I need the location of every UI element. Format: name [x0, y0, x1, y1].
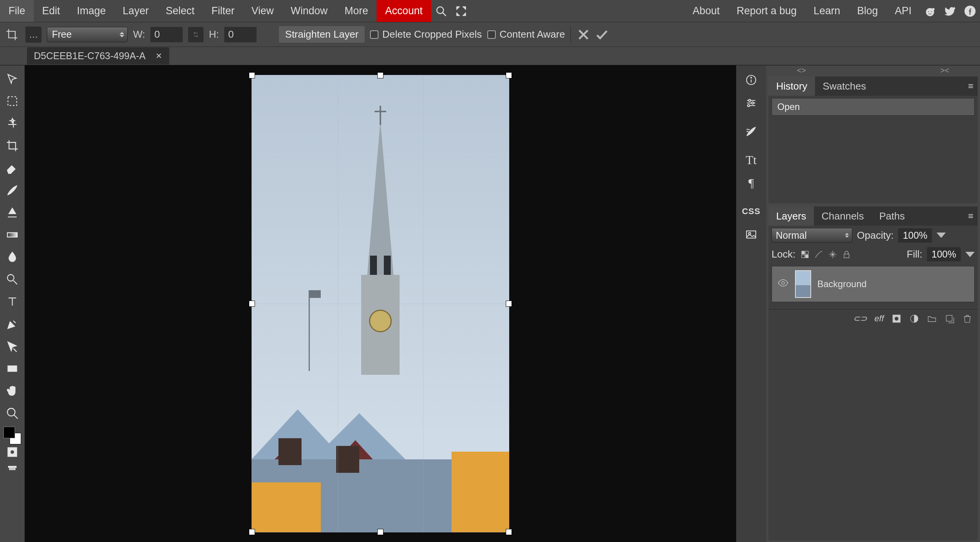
confirm-crop-icon[interactable]	[595, 27, 609, 42]
menu-view[interactable]: View	[243, 0, 282, 22]
straighten-layer-button[interactable]: Straighten Layer	[279, 26, 365, 43]
blend-mode-dropdown[interactable]: Normal	[772, 228, 852, 243]
marquee-tool[interactable]	[2, 90, 23, 112]
crop-tool[interactable]	[2, 135, 23, 157]
color-swatches[interactable]	[3, 427, 21, 444]
collapse-right-icon[interactable]: ><	[940, 66, 949, 75]
history-item[interactable]: Open	[772, 98, 975, 116]
path-select-tool[interactable]	[2, 335, 23, 357]
menu-learn[interactable]: Learn	[805, 0, 848, 22]
canvas-area[interactable]	[25, 65, 736, 542]
gradient-tool[interactable]	[2, 224, 23, 246]
crop-ratio-dropdown[interactable]: Free	[47, 27, 128, 42]
fill-slider-toggle[interactable]	[965, 252, 975, 257]
dodge-tool[interactable]	[2, 268, 23, 291]
image-panel-icon[interactable]	[740, 223, 762, 246]
quickmask-toggle[interactable]	[2, 444, 23, 460]
keyboard-icon[interactable]	[2, 460, 23, 475]
search-icon[interactable]	[431, 0, 451, 22]
menu-file[interactable]: File	[0, 0, 34, 22]
collapse-left-icon[interactable]: <>	[797, 66, 806, 75]
hand-tool[interactable]	[2, 380, 23, 402]
crop-handle-ml[interactable]	[249, 301, 255, 307]
tab-history[interactable]: History	[768, 76, 815, 96]
crop-handle-mr[interactable]	[506, 301, 512, 307]
pen-tool[interactable]	[2, 313, 23, 335]
document-tab[interactable]: D5CEEB1E-C763-499A-A	[27, 47, 169, 65]
fullscreen-icon[interactable]	[451, 0, 471, 22]
crop-handle-tm[interactable]	[377, 72, 383, 78]
lock-image-icon[interactable]	[814, 249, 824, 259]
menu-window[interactable]: Window	[282, 0, 336, 22]
opacity-value[interactable]: 100%	[898, 228, 932, 243]
menu-blog[interactable]: Blog	[848, 0, 886, 22]
menu-select[interactable]: Select	[157, 0, 203, 22]
tab-paths[interactable]: Paths	[872, 206, 913, 226]
info-panel-icon[interactable]	[740, 68, 762, 91]
facebook-icon[interactable]	[960, 0, 980, 22]
crop-handle-bm[interactable]	[377, 529, 383, 535]
svg-rect-21	[13, 466, 15, 467]
tool-preset-button[interactable]: …	[25, 27, 42, 43]
move-tool[interactable]	[2, 68, 23, 90]
content-aware-checkbox[interactable]: Content Aware	[487, 28, 565, 40]
blur-tool[interactable]	[2, 246, 23, 268]
tool-options-bar: … Free W: H: Straighten Layer Delete Cro…	[0, 22, 980, 47]
shape-tool[interactable]	[2, 357, 23, 380]
document-image[interactable]	[252, 75, 509, 532]
menu-account[interactable]: Account	[377, 0, 431, 22]
twitter-icon[interactable]	[940, 0, 960, 22]
type-tool[interactable]	[2, 291, 23, 313]
crop-overlay[interactable]	[252, 75, 509, 532]
clone-tool[interactable]	[2, 201, 23, 224]
menu-filter[interactable]: Filter	[203, 0, 243, 22]
delete-layer-icon[interactable]	[962, 314, 972, 324]
crop-handle-br[interactable]	[506, 529, 512, 535]
tab-channels[interactable]: Channels	[814, 206, 872, 226]
layer-visibility-icon[interactable]	[777, 277, 789, 291]
tab-swatches[interactable]: Swatches	[815, 76, 874, 96]
menu-layer[interactable]: Layer	[114, 0, 157, 22]
eraser-tool[interactable]	[2, 157, 23, 179]
tab-layers[interactable]: Layers	[768, 206, 814, 226]
menu-api[interactable]: API	[886, 0, 920, 22]
fill-value[interactable]: 100%	[927, 247, 961, 261]
new-folder-icon[interactable]	[927, 314, 937, 324]
lock-position-icon[interactable]	[828, 249, 838, 259]
css-panel-icon[interactable]: CSS	[740, 200, 762, 223]
opacity-slider-toggle[interactable]	[937, 233, 946, 238]
menu-report-bug[interactable]: Report a bug	[728, 0, 805, 22]
crop-width-input[interactable]	[150, 27, 183, 42]
layer-effects-icon[interactable]: eff	[875, 314, 884, 324]
reddit-icon[interactable]	[920, 0, 940, 22]
cancel-crop-icon[interactable]	[576, 27, 591, 42]
crop-handle-bl[interactable]	[249, 529, 255, 535]
lock-all-icon[interactable]	[842, 249, 852, 259]
layers-panel-menu-icon[interactable]: ≡	[964, 211, 978, 221]
menu-edit[interactable]: Edit	[34, 0, 69, 22]
layer-item-background[interactable]: Background	[772, 266, 975, 302]
zoom-tool[interactable]	[2, 402, 23, 424]
menu-about[interactable]: About	[684, 0, 728, 22]
svg-point-63	[895, 316, 899, 321]
new-layer-icon[interactable]	[945, 314, 955, 324]
wand-tool[interactable]	[2, 112, 23, 135]
menu-more[interactable]: More	[336, 0, 377, 22]
brush-panel-icon[interactable]	[740, 120, 762, 143]
crop-handle-tr[interactable]	[506, 72, 512, 78]
paragraph-panel-icon[interactable]: ¶	[740, 171, 762, 195]
adjustment-layer-icon[interactable]	[909, 314, 919, 324]
menu-image[interactable]: Image	[68, 0, 114, 22]
close-tab-icon[interactable]	[155, 50, 162, 62]
delete-cropped-checkbox[interactable]: Delete Cropped Pixels	[370, 28, 482, 40]
brush-tool[interactable]	[2, 179, 23, 201]
crop-handle-tl[interactable]	[249, 72, 255, 78]
history-panel-menu-icon[interactable]: ≡	[964, 81, 978, 91]
adjust-panel-icon[interactable]	[740, 91, 762, 115]
character-panel-icon[interactable]: Tt	[740, 148, 762, 171]
lock-transparent-icon[interactable]	[800, 249, 810, 259]
swap-dimensions-button[interactable]	[188, 27, 203, 42]
link-layers-icon[interactable]: ⊂⊃	[853, 314, 867, 324]
add-mask-icon[interactable]	[892, 314, 902, 324]
crop-height-input[interactable]	[224, 27, 257, 42]
